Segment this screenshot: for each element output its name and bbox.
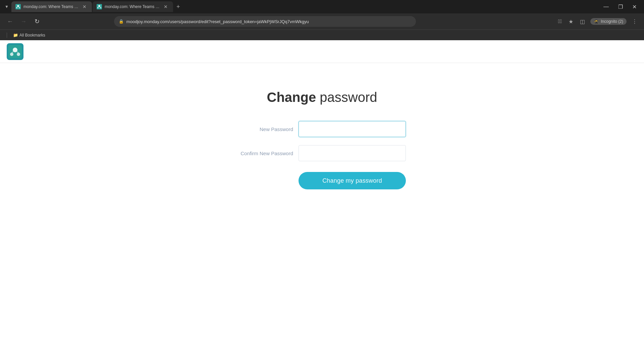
confirm-password-label: Confirm New Password (238, 150, 299, 156)
browser-tab-1[interactable]: monday.com: Where Teams G... ✕ (11, 1, 92, 12)
bookmarks-divider (7, 33, 7, 38)
password-form: New Password Confirm New Password Change… (238, 121, 406, 189)
page-title: Change password (267, 90, 377, 105)
split-view-icon[interactable]: ◫ (579, 17, 586, 26)
new-password-row: New Password (238, 121, 406, 137)
confirm-password-row: Confirm New Password (238, 145, 406, 161)
lock-icon: 🔒 (119, 19, 124, 24)
toolbar-right: 👁̸ ★ ◫ 🥷 Incognito (2) ⋮ (557, 17, 639, 26)
form-container: Change password New Password Confirm New… (238, 90, 406, 189)
tab-favicon-1 (15, 4, 21, 9)
svg-point-1 (17, 5, 19, 7)
bookmarks-bar: 📁 All Bookmarks (0, 29, 644, 40)
incognito-label: Incognito (2) (601, 19, 623, 24)
tab-close-1[interactable]: ✕ (81, 3, 88, 10)
minimize-button[interactable]: — (601, 3, 611, 11)
svg-point-5 (98, 5, 100, 7)
address-bar: ← → ↻ 🔒 moodjoy.monday.com/users/passwor… (0, 13, 644, 29)
svg-point-10 (10, 53, 13, 56)
star-icon[interactable]: ★ (567, 17, 575, 26)
eye-slash-icon[interactable]: 👁̸ (557, 17, 564, 26)
all-bookmarks[interactable]: 📁 All Bookmarks (11, 32, 47, 38)
new-password-label: New Password (238, 126, 299, 132)
svg-point-7 (100, 7, 101, 8)
browser-chrome: ▼ monday.com: Where Teams G... ✕ (0, 0, 644, 40)
url-bar[interactable]: 🔒 moodjoy.monday.com/users/password/edit… (114, 16, 416, 27)
change-password-button[interactable]: Change my password (299, 172, 406, 189)
svg-point-11 (17, 53, 20, 56)
forward-button[interactable]: → (19, 17, 28, 26)
tab-favicon-2 (97, 4, 102, 9)
page-title-normal: password (316, 90, 377, 105)
new-password-input[interactable] (299, 121, 406, 137)
tab-title-2: monday.com: Where Teams G... (105, 4, 160, 9)
page-content: Change password New Password Confirm New… (0, 40, 644, 362)
svg-point-9 (13, 48, 17, 52)
folder-icon: 📁 (13, 33, 18, 38)
tab-dropdown-arrow[interactable]: ▼ (3, 3, 11, 10)
tab-bar: ▼ monday.com: Where Teams G... ✕ (0, 0, 644, 13)
bookmarks-label: All Bookmarks (19, 33, 45, 38)
refresh-button[interactable]: ↻ (32, 17, 42, 26)
incognito-badge[interactable]: 🥷 Incognito (2) (590, 18, 627, 25)
back-button[interactable]: ← (5, 17, 15, 26)
page-title-bold: Change (267, 90, 316, 105)
close-button[interactable]: ✕ (630, 3, 639, 11)
tab-close-2[interactable]: ✕ (162, 3, 169, 10)
url-text: moodjoy.monday.com/users/password/edit?r… (126, 19, 411, 24)
site-logo[interactable] (7, 43, 23, 60)
browser-tab-2[interactable]: monday.com: Where Teams G... ✕ (93, 1, 173, 12)
restore-button[interactable]: ❐ (616, 3, 625, 11)
incognito-icon: 🥷 (594, 19, 599, 24)
main-area: Change password New Password Confirm New… (0, 63, 644, 362)
confirm-password-input[interactable] (299, 145, 406, 161)
svg-point-6 (97, 7, 99, 8)
svg-point-3 (19, 7, 20, 8)
window-controls: — ❐ ✕ (601, 3, 641, 11)
tab-title-1: monday.com: Where Teams G... (23, 4, 78, 9)
svg-point-2 (16, 7, 17, 8)
menu-icon[interactable]: ⋮ (631, 17, 639, 26)
new-tab-button[interactable]: + (174, 2, 183, 12)
site-header (0, 40, 644, 63)
